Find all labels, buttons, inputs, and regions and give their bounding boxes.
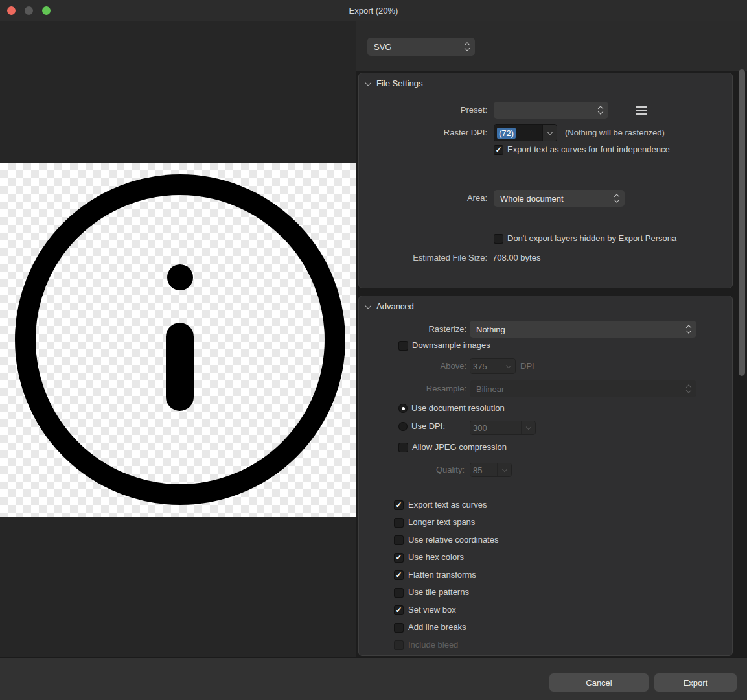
use-dpi-label: Use DPI: bbox=[411, 421, 445, 432]
title-bar: Export (20%) bbox=[0, 0, 747, 21]
export-dialog: Export (20%) SVG File Settings Preset: bbox=[0, 0, 747, 700]
option-checkbox[interactable]: ✓ bbox=[394, 570, 404, 580]
above-dpi-value: 375 bbox=[470, 359, 501, 373]
area-label: Area: bbox=[359, 192, 487, 204]
advanced-title: Advanced bbox=[376, 301, 414, 311]
downsample-images-checkbox[interactable] bbox=[398, 341, 408, 351]
preset-menu-icon[interactable] bbox=[636, 106, 647, 115]
option-row: Use relative coordinates bbox=[394, 535, 498, 545]
advanced-panel: Advanced Rasterize: Nothing Downsample i… bbox=[358, 296, 733, 656]
option-label: Use hex colors bbox=[408, 552, 464, 563]
use-document-resolution-radio[interactable] bbox=[398, 404, 408, 413]
chevron-down-icon bbox=[365, 79, 371, 86]
option-label: Export text as curves bbox=[408, 500, 487, 510]
option-row: ✓Use hex colors bbox=[394, 552, 498, 563]
resample-select-value: Bilinear bbox=[476, 384, 504, 394]
radio-dot bbox=[402, 407, 405, 410]
quality-label: Quality: bbox=[359, 464, 465, 476]
transparency-checkerboard bbox=[0, 163, 356, 517]
resample-select: Bilinear bbox=[470, 380, 696, 397]
option-label: Use tile patterns bbox=[408, 587, 469, 598]
rasterize-select[interactable]: Nothing bbox=[470, 321, 696, 338]
option-label: Include bleed bbox=[408, 640, 458, 650]
quality-combobox: 85 bbox=[470, 463, 512, 477]
option-label: Set view box bbox=[408, 605, 456, 615]
info-icon-artwork bbox=[0, 163, 356, 517]
checkmark-icon: ✓ bbox=[395, 554, 402, 561]
chevron-up-down-icon bbox=[687, 386, 691, 393]
option-row: Longer text spans bbox=[394, 517, 498, 528]
window-title: Export (20%) bbox=[0, 0, 747, 21]
quality-value: 85 bbox=[470, 463, 497, 476]
chevron-down-icon bbox=[501, 359, 515, 373]
format-bar: SVG bbox=[356, 21, 747, 71]
option-checkbox[interactable] bbox=[394, 518, 404, 528]
option-checkbox[interactable] bbox=[394, 535, 404, 545]
option-row: Use tile patterns bbox=[394, 587, 498, 598]
chevron-down-icon[interactable] bbox=[542, 125, 557, 141]
chevron-up-down-icon bbox=[615, 195, 619, 202]
option-label: Longer text spans bbox=[408, 517, 475, 528]
raster-dpi-value[interactable]: (72) bbox=[497, 128, 516, 139]
resample-label: Resample: bbox=[359, 383, 466, 395]
export-text-curves-font-label: Export text as curves for font independe… bbox=[507, 144, 670, 156]
option-label: Use relative coordinates bbox=[408, 535, 498, 545]
checkmark-icon: ✓ bbox=[395, 606, 402, 614]
option-row: ✓Export text as curves bbox=[394, 500, 498, 510]
downsample-images-label: Downsample images bbox=[412, 340, 490, 351]
option-checkbox[interactable] bbox=[394, 588, 404, 598]
dont-export-hidden-checkbox[interactable] bbox=[494, 234, 503, 244]
preset-select[interactable] bbox=[494, 102, 608, 119]
chevron-up-down-icon bbox=[599, 107, 603, 114]
estimated-size-value: 708.00 bytes bbox=[492, 252, 540, 264]
option-label: Flatten transforms bbox=[408, 570, 476, 580]
chevron-down-icon bbox=[365, 302, 371, 309]
chevron-down-icon bbox=[497, 463, 511, 476]
rasterize-select-value: Nothing bbox=[476, 325, 505, 334]
scrollbar-thumb[interactable] bbox=[739, 69, 745, 376]
chevron-up-down-icon bbox=[465, 43, 469, 51]
use-dpi-combobox: 300 bbox=[470, 421, 536, 435]
area-select[interactable]: Whole document bbox=[494, 190, 625, 207]
format-select[interactable]: SVG bbox=[367, 38, 475, 56]
option-checkbox[interactable] bbox=[394, 623, 404, 633]
option-row: ✓Flatten transforms bbox=[394, 570, 498, 580]
file-settings-title: File Settings bbox=[376, 78, 423, 88]
area-select-value: Whole document bbox=[500, 194, 564, 204]
file-settings-panel: File Settings Preset: Raster DPI: (72) (… bbox=[358, 73, 733, 288]
format-select-value: SVG bbox=[374, 42, 391, 52]
dialog-footer: Cancel Export bbox=[0, 657, 747, 700]
file-settings-header[interactable]: File Settings bbox=[359, 73, 423, 93]
above-dpi-combobox: 375 bbox=[470, 358, 516, 374]
option-row: ✓Set view box bbox=[394, 605, 498, 615]
use-dpi-value: 300 bbox=[470, 421, 521, 434]
allow-jpeg-compression-label: Allow JPEG compression bbox=[412, 441, 507, 453]
chevron-down-icon bbox=[521, 421, 535, 434]
use-dpi-radio[interactable] bbox=[398, 422, 408, 431]
svg-options-list: ✓Export text as curvesLonger text spansU… bbox=[394, 500, 498, 657]
option-label: Add line breaks bbox=[408, 622, 466, 633]
use-document-resolution-label: Use document resolution bbox=[411, 402, 505, 414]
allow-jpeg-compression-checkbox[interactable] bbox=[398, 443, 408, 452]
export-preview-pane bbox=[0, 21, 356, 657]
dont-export-hidden-label: Don't export layers hidden by Export Per… bbox=[507, 233, 676, 244]
option-checkbox[interactable]: ✓ bbox=[394, 605, 404, 615]
option-checkbox[interactable]: ✓ bbox=[394, 553, 404, 563]
raster-dpi-label: Raster DPI: bbox=[359, 127, 487, 139]
cancel-button[interactable]: Cancel bbox=[549, 673, 649, 692]
rasterize-label: Rasterize: bbox=[359, 323, 466, 335]
export-text-curves-font-checkbox[interactable]: ✓ bbox=[494, 145, 503, 155]
checkmark-icon: ✓ bbox=[495, 146, 501, 154]
preset-label: Preset: bbox=[359, 104, 487, 116]
above-dpi-suffix: DPI bbox=[520, 360, 534, 372]
export-button[interactable]: Export bbox=[654, 673, 737, 692]
option-checkbox bbox=[394, 640, 404, 650]
raster-dpi-note: (Nothing will be rasterized) bbox=[565, 127, 665, 139]
raster-dpi-combobox[interactable]: (72) bbox=[494, 124, 557, 141]
checkmark-icon: ✓ bbox=[395, 501, 402, 509]
advanced-header[interactable]: Advanced bbox=[359, 296, 414, 316]
option-row: Add line breaks bbox=[394, 622, 498, 633]
export-settings-pane: SVG File Settings Preset: Raster DPI: (7… bbox=[356, 21, 747, 657]
option-checkbox[interactable]: ✓ bbox=[394, 500, 404, 510]
checkmark-icon: ✓ bbox=[395, 571, 402, 579]
